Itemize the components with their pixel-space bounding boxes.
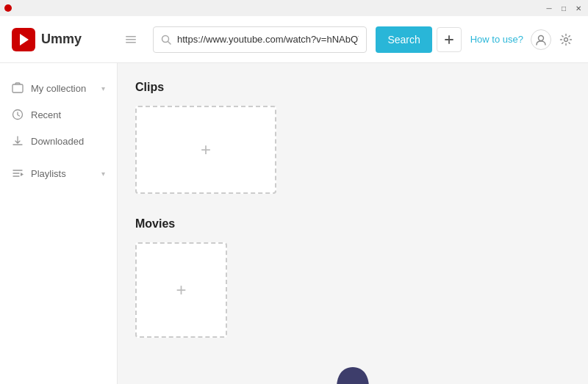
svg-point-5 — [539, 35, 544, 40]
window-close-dot[interactable] — [4, 4, 12, 12]
sidebar-item-recent-label: Recent — [31, 109, 105, 120]
minimize-button[interactable]: ─ — [542, 1, 556, 15]
sidebar-toggle-button[interactable] — [121, 29, 141, 50]
sidebar-item-downloaded-label: Downloaded — [31, 136, 105, 147]
add-movie-card[interactable]: + — [135, 242, 227, 338]
movies-section-title: Movies — [135, 217, 570, 231]
sidebar: My collection ▾ Recent — [0, 63, 118, 384]
svg-marker-12 — [21, 173, 24, 176]
clips-section-title: Clips — [135, 81, 570, 94]
sidebar-item-playlists[interactable]: Playlists ▾ — [0, 160, 117, 186]
logo-play-icon — [20, 34, 29, 46]
chevron-down-icon: ▾ — [101, 84, 105, 93]
how-to-use-link[interactable]: How to use? — [470, 34, 523, 45]
logo-text: Ummy — [41, 32, 82, 47]
download-icon — [12, 135, 24, 147]
user-icon[interactable] — [531, 29, 551, 50]
maximize-button[interactable]: □ — [557, 1, 570, 15]
movies-cards-row: + — [135, 242, 570, 338]
sidebar-item-recent[interactable]: Recent — [0, 101, 117, 128]
svg-rect-0 — [126, 36, 136, 37]
app-container: Ummy Search — [0, 16, 588, 384]
svg-point-6 — [564, 37, 568, 41]
sidebar-item-my-collection-label: My collection — [31, 83, 101, 94]
movies-section: Movies + — [135, 217, 570, 338]
add-clip-card[interactable]: + — [135, 106, 276, 194]
recent-icon — [12, 109, 24, 120]
collection-icon — [12, 82, 24, 94]
mascot — [323, 361, 382, 384]
svg-rect-2 — [126, 42, 136, 43]
svg-rect-1 — [126, 39, 136, 40]
search-input[interactable] — [177, 34, 359, 45]
clips-section: Clips + — [135, 81, 570, 194]
search-icon — [161, 35, 171, 45]
logo-icon — [12, 28, 35, 51]
title-bar: ─ □ ✕ — [0, 0, 588, 16]
svg-line-4 — [168, 41, 171, 44]
add-clip-plus-icon: + — [201, 140, 211, 160]
mascot-area — [135, 361, 570, 384]
sidebar-item-my-collection[interactable]: My collection ▾ — [0, 75, 117, 101]
mascot-svg — [323, 361, 382, 384]
sidebar-item-playlists-label: Playlists — [31, 168, 101, 179]
sidebar-item-downloaded[interactable]: Downloaded — [0, 128, 117, 154]
search-button[interactable]: Search — [376, 26, 431, 53]
svg-rect-7 — [12, 84, 23, 93]
add-movie-plus-icon: + — [176, 280, 186, 300]
header: Ummy Search — [0, 16, 588, 63]
add-button[interactable] — [437, 27, 462, 52]
content-area: Clips + Movies + — [118, 63, 588, 384]
chevron-down-icon-playlists: ▾ — [101, 170, 105, 178]
main-area: My collection ▾ Recent — [0, 63, 588, 384]
search-bar — [153, 26, 367, 53]
playlists-icon — [12, 167, 24, 179]
clips-cards-row: + — [135, 106, 570, 194]
close-button[interactable]: ✕ — [572, 1, 585, 15]
settings-icon[interactable] — [556, 29, 576, 50]
